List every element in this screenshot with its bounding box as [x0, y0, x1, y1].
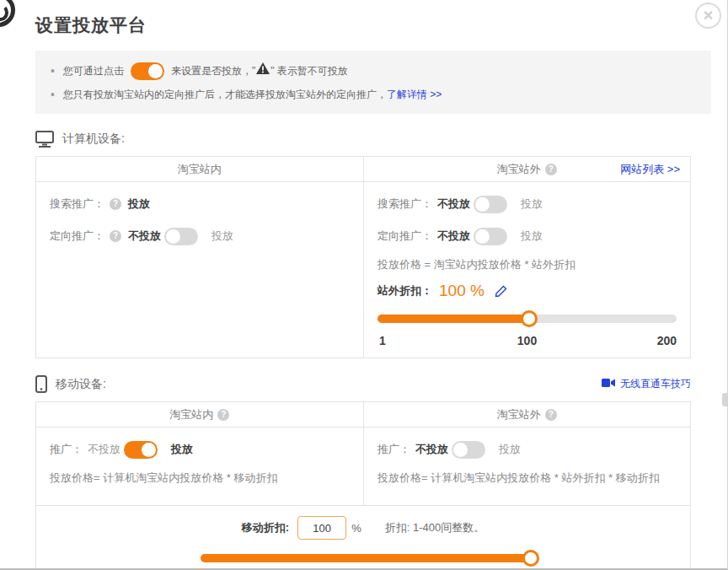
notice-text: " 表示暂不可投放: [270, 62, 348, 80]
computer-section-label: 计算机设备:: [62, 132, 125, 147]
tick-label: 100: [517, 334, 537, 347]
mobile-table: 淘宝站内 淘宝站外 推广： 不投放 投: [35, 401, 691, 570]
mobile-onsite-cell: 推广： 不投放 投放 投放价格= 计算机淘宝站内投放价格 * 移动折扣: [36, 428, 363, 505]
help-icon[interactable]: [545, 409, 557, 421]
mobile-discount-label: 移动折扣:: [242, 520, 289, 535]
scrollbar-fragment: [722, 393, 727, 406]
on-state-label: 投放: [521, 196, 543, 212]
bullet-icon: •: [51, 85, 55, 104]
notice-box: • 您可通过点击 来设置是否投放，" " 表示暂不可投放 • 您只有投放淘宝站内…: [35, 51, 711, 114]
mobile-offsite-header-label: 淘宝站外: [497, 407, 541, 422]
tick-label: 1: [379, 334, 386, 347]
offsite-slider-ticks: 1 100 200: [377, 334, 677, 347]
mobile-offsite-cell: 推广： 不投放 投放 投放价格= 计算机淘宝站内投放价格 * 站外折扣 * 移动…: [363, 428, 690, 505]
desktop-computer-icon: [35, 131, 54, 148]
computer-offsite-cell: 搜索推广： 不投放 投放 定向推广： 不投放 投放 投放价格 = 淘宝站内投放价…: [363, 182, 690, 358]
promo-label: 推广：: [50, 442, 83, 457]
offsite-price-formula: 投放价格 = 淘宝站内投放价格 * 站外折扣: [377, 258, 677, 272]
notice-line-1: • 您可通过点击 来设置是否投放，" " 表示暂不可投放: [51, 62, 696, 80]
computer-offsite-header-label: 淘宝站外: [497, 162, 541, 177]
mobile-discount-input[interactable]: [297, 516, 346, 540]
mobile-discount-row: 移动折扣: % 折扣: 1-400间整数。: [36, 516, 690, 540]
computer-offsite-search-row: 搜索推广： 不投放 投放: [377, 194, 677, 214]
warning-triangle-icon: [256, 62, 270, 80]
example-toggle[interactable]: [131, 62, 164, 80]
computer-offsite-target-toggle[interactable]: [474, 228, 507, 245]
computer-offsite-header-cell: 淘宝站外 网站列表 >>: [363, 157, 691, 181]
computer-table-header: 淘宝站内 淘宝站外 网站列表 >>: [36, 157, 690, 182]
offsite-discount-label: 站外折扣：: [377, 283, 432, 298]
site-list-link[interactable]: 网站列表 >>: [620, 157, 680, 182]
mobile-slider-area: 1 200 400: [201, 550, 538, 570]
notice-text: 您只有投放淘宝站内的定向推广后，才能选择投放淘宝站外的定向推广，: [63, 85, 387, 104]
computer-offsite-target-row: 定向推广： 不投放 投放: [377, 226, 677, 246]
mobile-onsite-promo-toggle[interactable]: [124, 441, 158, 459]
help-icon[interactable]: [217, 409, 229, 421]
mobile-table-body: 推广： 不投放 投放 投放价格= 计算机淘宝站内投放价格 * 移动折扣 推广： …: [36, 428, 690, 505]
discount-range-hint: 折扣: 1-400间整数。: [385, 520, 484, 535]
computer-table-body: 搜索推广： 投放 定向推广： 不投放 投放 搜索推广：: [36, 182, 690, 358]
mobile-onsite-header-label: 淘宝站内: [169, 407, 213, 422]
offsite-discount-slider[interactable]: [377, 310, 677, 327]
mobile-onsite-price-formula: 投放价格= 计算机淘宝站内投放价格 * 移动折扣: [50, 471, 350, 485]
toggle-knob: [475, 197, 490, 212]
off-state-label: 不投放: [415, 442, 448, 457]
edit-pencil-icon[interactable]: [495, 285, 507, 298]
set-platform-dialog: × 设置投放平台 • 您可通过点击 来设置是否投放，" " 表示暂不可投放 • …: [0, 0, 728, 570]
search-promo-status: 投放: [128, 196, 150, 212]
computer-onsite-header-cell: 淘宝站内: [36, 157, 363, 181]
mobile-offsite-promo-toggle[interactable]: [452, 441, 485, 459]
on-state-label: 投放: [499, 442, 521, 457]
mobile-offsite-header-cell: 淘宝站外: [363, 402, 691, 427]
toggle-knob: [453, 443, 468, 457]
slider-handle[interactable]: [521, 310, 538, 327]
off-state-label: 不投放: [88, 442, 120, 457]
toggle-knob: [166, 229, 180, 244]
offsite-discount-value: 100 %: [439, 282, 484, 300]
computer-onsite-cell: 搜索推广： 投放 定向推广： 不投放 投放: [36, 182, 363, 358]
on-state-label: 投放: [211, 229, 233, 244]
learn-more-link[interactable]: 了解详情 >>: [387, 85, 442, 104]
mobile-section-label: 移动设备:: [56, 377, 106, 392]
bullet-icon: •: [51, 62, 55, 80]
video-camera-icon: [602, 378, 616, 390]
on-state-label: 投放: [171, 442, 193, 457]
computer-table: 淘宝站内 淘宝站外 网站列表 >> 搜索推广： 投放: [35, 156, 691, 358]
tick-label: 200: [657, 334, 677, 347]
mobile-discount-slider[interactable]: [201, 550, 538, 567]
slider-fill: [201, 554, 538, 562]
slider-fill: [377, 315, 527, 323]
mobile-onsite-header-cell: 淘宝站内: [36, 402, 363, 427]
wireless-tips-link[interactable]: 无线直通车技巧: [620, 377, 691, 391]
off-state-label: 不投放: [437, 229, 470, 244]
search-promo-label: 搜索推广：: [377, 196, 432, 212]
toggle-knob: [475, 229, 490, 244]
mobile-section-header: 移动设备: 无线直通车技巧: [35, 375, 691, 393]
offsite-discount-row: 站外折扣： 100 %: [377, 282, 677, 300]
computer-onsite-header-label: 淘宝站内: [178, 162, 222, 177]
off-state-label: 不投放: [128, 229, 161, 244]
help-icon[interactable]: [110, 198, 121, 210]
promo-label: 推广：: [377, 442, 410, 457]
toggle-knob: [148, 64, 163, 78]
slider-handle[interactable]: [522, 550, 539, 567]
help-icon[interactable]: [110, 230, 121, 242]
smartphone-icon: [35, 375, 47, 393]
computer-offsite-search-toggle[interactable]: [474, 196, 507, 213]
computer-onsite-target-row: 定向推广： 不投放 投放: [50, 226, 350, 246]
on-state-label: 投放: [521, 229, 543, 244]
page-title: 设置投放平台: [35, 13, 727, 37]
help-icon[interactable]: [545, 164, 557, 175]
mobile-offsite-price-formula: 投放价格= 计算机淘宝站内投放价格 * 站外折扣 * 移动折扣: [377, 471, 677, 485]
off-state-label: 不投放: [437, 196, 470, 212]
computer-section-header: 计算机设备:: [35, 131, 691, 148]
search-promo-label: 搜索推广：: [50, 196, 104, 212]
percent-unit: %: [351, 522, 361, 535]
computer-onsite-search-row: 搜索推广： 投放: [50, 194, 350, 214]
targeted-promo-label: 定向推广：: [50, 229, 104, 244]
mobile-discount-band: 移动折扣: % 折扣: 1-400间整数。 1 200 400: [36, 505, 690, 570]
close-icon[interactable]: ×: [695, 3, 721, 29]
mobile-table-header: 淘宝站内 淘宝站外: [36, 402, 690, 428]
computer-onsite-target-toggle[interactable]: [164, 228, 198, 245]
toggle-knob: [142, 443, 156, 457]
